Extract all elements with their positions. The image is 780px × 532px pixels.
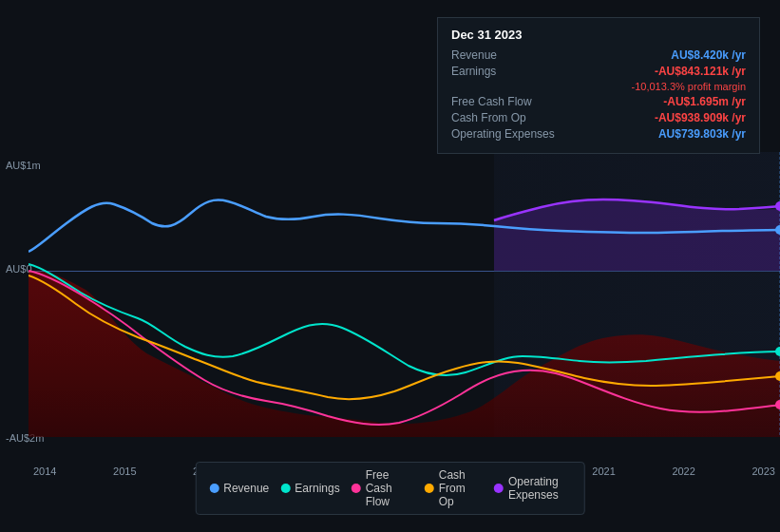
tooltip-row-opex: Operating Expenses AU$739.803k /yr [451,127,746,141]
tooltip-label-earnings: Earnings [451,65,496,78]
x-label-2015: 2015 [113,466,136,477]
tooltip-row-revenue: Revenue AU$8.420k /yr [451,48,746,62]
x-label-2014: 2014 [33,466,56,477]
legend-item-fcf[interactable]: Free Cash Flow [352,468,413,508]
legend-dot-opex [494,484,504,493]
legend-label-earnings: Earnings [295,482,339,495]
tooltip-label-revenue: Revenue [451,48,497,62]
tooltip-label-fcf: Free Cash Flow [451,95,532,108]
tooltip-value-fcf: -AU$1.695m /yr [663,95,746,108]
tooltip-row-cashop: Cash From Op -AU$938.909k /yr [451,111,746,124]
legend-item-earnings[interactable]: Earnings [280,468,339,508]
tooltip-label-opex: Operating Expenses [451,127,555,141]
legend-dot-revenue [209,484,219,493]
tooltip-label-cashop: Cash From Op [451,111,526,124]
legend-dot-fcf [352,484,361,493]
chart-legend: Revenue Earnings Free Cash Flow Cash Fro… [195,462,585,515]
legend-item-cashop[interactable]: Cash From Op [425,468,483,508]
tooltip-row-earnings: Earnings -AU$843.121k /yr [451,65,746,78]
x-label-2021: 2021 [592,466,615,477]
legend-label-cashop: Cash From Op [439,468,483,508]
profit-margin-row: -10,013.3% profit margin [451,81,746,92]
x-label-2023: 2023 [751,466,774,477]
chart-svg [29,152,780,437]
chart-container: Dec 31 2023 Revenue AU$8.420k /yr Earnin… [0,0,780,532]
tooltip-value-earnings: -AU$843.121k /yr [655,65,746,78]
legend-label-opex: Operating Expenses [508,475,571,502]
legend-item-opex[interactable]: Operating Expenses [494,468,571,508]
x-label-2022: 2022 [672,466,694,477]
legend-label-fcf: Free Cash Flow [366,468,413,508]
tooltip-value-cashop: -AU$938.909k /yr [655,111,746,124]
legend-dot-cashop [425,484,434,493]
tooltip-box: Dec 31 2023 Revenue AU$8.420k /yr Earnin… [437,17,760,154]
tooltip-value-revenue: AU$8.420k /yr [671,48,746,62]
legend-label-revenue: Revenue [223,482,269,495]
tooltip-date: Dec 31 2023 [451,28,746,42]
legend-dot-earnings [280,484,290,493]
profit-margin-value: -10,013.3% profit margin [632,81,746,92]
tooltip-value-opex: AU$739.803k /yr [658,127,746,141]
tooltip-row-fcf: Free Cash Flow -AU$1.695m /yr [451,95,746,108]
legend-item-revenue[interactable]: Revenue [209,468,269,508]
